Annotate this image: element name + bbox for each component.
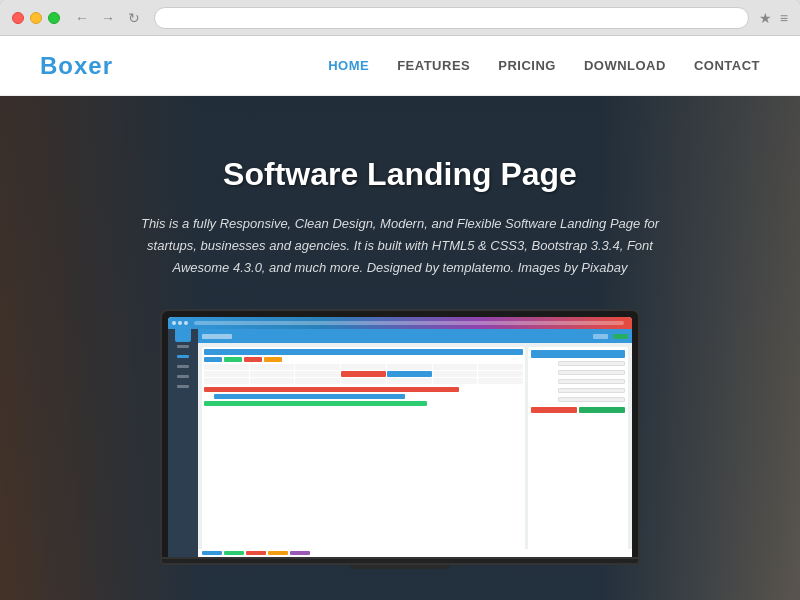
screen-cal-header: [204, 349, 523, 355]
screen-sidebar-logo: [168, 329, 198, 339]
screen-form-submit-btn: [579, 407, 625, 413]
menu-icon[interactable]: ≡: [780, 10, 788, 26]
forward-button[interactable]: →: [98, 8, 118, 28]
screen-form-row-5: [531, 397, 625, 402]
screen-event-3: [204, 401, 427, 406]
browser-actions: ★ ≡: [759, 10, 788, 26]
screen-dot-3: [184, 321, 188, 325]
screen-calendar: [202, 347, 525, 553]
screen-cal-cell: [341, 364, 386, 370]
screen-cal-cell: [478, 378, 523, 384]
screen-body: [168, 329, 632, 557]
screen-sidebar-item-5: [168, 379, 198, 389]
screen-cal-cell: [204, 378, 249, 384]
close-button[interactable]: [12, 12, 24, 24]
laptop-stand: [350, 565, 450, 569]
screen-cal-cell: [478, 371, 523, 377]
nav-links: HOME FEATURES PRICING DOWNLOAD CONTACT: [328, 58, 760, 73]
screen-sidebar-item-2: [168, 349, 198, 359]
screen-cal-cell: [387, 378, 432, 384]
screen-ui: [168, 317, 632, 557]
screen-form-row-4: [531, 388, 625, 393]
screen-tag-4: [268, 551, 288, 555]
site-logo[interactable]: Boxer: [40, 52, 113, 80]
screen-form-fields: [531, 361, 625, 404]
screen-tag-1: [202, 551, 222, 555]
screen-cal-cell: [295, 364, 340, 370]
screen-sidebar-item-4: [168, 369, 198, 379]
maximize-button[interactable]: [48, 12, 60, 24]
screen-cal-btn-4: [264, 357, 282, 362]
screen-form-cancel-btn: [531, 407, 577, 413]
screen-cal-cell: [295, 378, 340, 384]
browser-window: ← → ↻ ★ ≡ Boxer HOME FEATURES PRICING DO…: [0, 0, 800, 600]
screen-sidebar-item-3: [168, 359, 198, 369]
screen-form-row-3: [531, 379, 625, 384]
screen-cal-cell: [250, 371, 295, 377]
screen-cal-btn-3: [244, 357, 262, 362]
nav-link-features[interactable]: FEATURES: [397, 58, 470, 73]
screen-content-area: [198, 343, 632, 557]
screen-panel-title: [531, 350, 625, 358]
nav-link-pricing[interactable]: PRICING: [498, 58, 556, 73]
back-button[interactable]: ←: [72, 8, 92, 28]
screen-field-2: [558, 370, 625, 375]
screen-cal-grid: [204, 364, 523, 384]
address-bar[interactable]: [154, 7, 749, 29]
screen-event-1: [204, 387, 459, 392]
screen-sidebar: [168, 329, 198, 557]
screen-tag-2: [224, 551, 244, 555]
bookmark-icon[interactable]: ★: [759, 10, 772, 26]
screen-dot-2: [178, 321, 182, 325]
screen-form-row-2: [531, 370, 625, 375]
screen-topbar: [168, 317, 632, 329]
site-navigation: Boxer HOME FEATURES PRICING DOWNLOAD CON…: [0, 36, 800, 96]
browser-titlebar: ← → ↻ ★ ≡: [0, 0, 800, 36]
screen-cal-cell: [433, 378, 478, 384]
screen-header-btn-2: [613, 334, 628, 339]
hero-section: Software Landing Page This is a fully Re…: [0, 96, 800, 600]
screen-form-buttons: [531, 407, 625, 413]
refresh-button[interactable]: ↻: [124, 8, 144, 28]
screen-cal-cell-highlight: [341, 371, 386, 377]
screen-events: [204, 387, 523, 406]
screen-cal-cell: [478, 364, 523, 370]
nav-link-home[interactable]: HOME: [328, 58, 369, 73]
screen-main-header: [198, 329, 632, 343]
nav-link-contact[interactable]: CONTACT: [694, 58, 760, 73]
screen-field-1: [558, 361, 625, 366]
screen-bottom-bar: [198, 549, 632, 557]
screen-cal-cell: [341, 378, 386, 384]
screen-cal-actions: [204, 357, 523, 362]
nav-link-download[interactable]: DOWNLOAD: [584, 58, 666, 73]
screen-breadcrumb: [202, 334, 232, 339]
screen-tag-5: [290, 551, 310, 555]
screen-cal-cell: [250, 378, 295, 384]
screen-field-5: [558, 397, 625, 402]
screen-address-bar: [194, 321, 624, 325]
screen-header-btn-1: [593, 334, 608, 339]
screen-dot-1: [172, 321, 176, 325]
laptop-screen-inner: [168, 317, 632, 557]
hero-subtitle: This is a fully Responsive, Clean Design…: [140, 213, 660, 279]
screen-cal-cell: [295, 371, 340, 377]
screen-cal-cell: [387, 364, 432, 370]
screen-cal-cell: [204, 371, 249, 377]
screen-field-3: [558, 379, 625, 384]
screen-main-content: [198, 329, 632, 557]
window-controls: [12, 12, 60, 24]
hero-text-block: Software Landing Page This is a fully Re…: [60, 156, 740, 309]
screen-event-2: [214, 394, 405, 399]
screen-field-4: [558, 388, 625, 393]
screen-cal-cell-blue: [387, 371, 432, 377]
screen-cal-cell: [250, 364, 295, 370]
screen-cal-btn-2: [224, 357, 242, 362]
website-content: Boxer HOME FEATURES PRICING DOWNLOAD CON…: [0, 36, 800, 600]
screen-tag-3: [246, 551, 266, 555]
screen-cal-cell: [433, 371, 478, 377]
hero-title: Software Landing Page: [140, 156, 660, 193]
minimize-button[interactable]: [30, 12, 42, 24]
nav-controls: ← → ↻: [72, 8, 144, 28]
laptop-screen-outer: [160, 309, 640, 559]
screen-cal-cell: [204, 364, 249, 370]
